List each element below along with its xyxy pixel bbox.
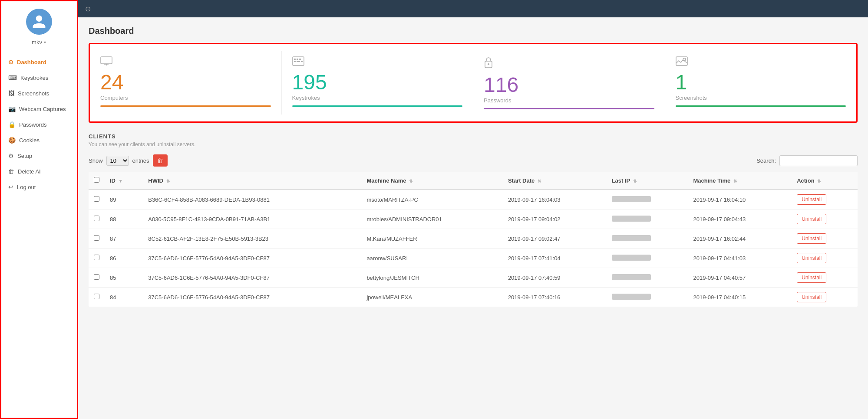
uninstall-button[interactable]: Uninstall	[797, 253, 826, 263]
passwords-stat-icon	[484, 56, 493, 71]
row-checkbox-cell	[89, 249, 105, 268]
section-desc: You can see your clients and uninstall s…	[89, 141, 858, 147]
row-id: 88	[105, 210, 143, 229]
row-action: Uninstall	[792, 190, 858, 210]
col-machine-name[interactable]: Machine Name ⇅	[361, 172, 502, 190]
computers-value: 24	[100, 72, 123, 93]
stats-container: 24 Computers 195 Keys	[89, 43, 858, 123]
row-checkbox-cell	[89, 229, 105, 249]
show-select[interactable]: 10 25 50 100	[106, 156, 129, 166]
row-id: 87	[105, 229, 143, 249]
keystrokes-icon: ⌨	[8, 74, 17, 81]
row-checkbox[interactable]	[94, 274, 99, 280]
row-checkbox[interactable]	[94, 235, 99, 241]
select-all-checkbox[interactable]	[94, 177, 99, 183]
sidebar-item-webcam[interactable]: 📷 Webcam Captures	[0, 101, 78, 117]
uninstall-button[interactable]: Uninstall	[797, 272, 826, 283]
row-checkbox[interactable]	[94, 294, 99, 299]
passwords-label: Passwords	[484, 97, 512, 104]
svg-point-13	[683, 58, 686, 61]
dashboard-icon: ⊙	[8, 59, 13, 65]
row-machine-time: 2019-09-17 16:04:10	[688, 190, 792, 210]
row-last-ip	[607, 249, 688, 268]
row-machine-time: 2019-09-17 04:40:57	[688, 268, 792, 288]
computers-icon	[100, 56, 112, 69]
sidebar-item-cookies[interactable]: 🍪 Cookies	[0, 132, 78, 148]
row-machine-name: bettylong/JESMITCH	[361, 268, 502, 288]
sidebar-item-label: Keystrokes	[20, 75, 48, 81]
row-action: Uninstall	[792, 229, 858, 249]
table-row: 85 37C5-6AD6-1C6E-5776-54A0-94A5-3DF0-CF…	[89, 268, 858, 288]
row-start-date: 2019-09-17 07:40:59	[503, 268, 607, 288]
sidebar-item-passwords[interactable]: 🔒 Passwords	[0, 117, 78, 132]
svg-rect-8	[297, 61, 300, 62]
table-row: 88 A030-5C95-8F1C-4813-9CDA-0B91-71AB-A3…	[89, 210, 858, 229]
uninstall-button[interactable]: Uninstall	[797, 292, 826, 302]
row-action: Uninstall	[792, 268, 858, 288]
stat-card-computers: 24 Computers	[90, 51, 282, 115]
col-last-ip[interactable]: Last IP ⇅	[607, 172, 688, 190]
row-checkbox[interactable]	[94, 255, 99, 260]
row-machine-name: aaronw/SUSARI	[361, 249, 502, 268]
sidebar-item-label: Dashboard	[17, 59, 46, 65]
show-label: Show	[89, 157, 103, 164]
row-action: Uninstall	[792, 288, 858, 307]
row-machine-name: msoto/MARITZA-PC	[361, 190, 502, 210]
back-icon[interactable]: ⊙	[85, 5, 91, 13]
uninstall-button[interactable]: Uninstall	[797, 233, 826, 244]
sidebar-nav: ⊙ Dashboard ⌨ Keystrokes 🖼 Screenshots 📷…	[0, 54, 78, 195]
row-hwid: 37C5-6AD6-1C6E-5776-54A0-94A5-3DF0-CF87	[143, 288, 361, 307]
delete-button[interactable]: 🗑	[153, 154, 168, 167]
table-header-row: ID ▼ HWID ⇅ Machine Name ⇅ Start Date ⇅ …	[89, 172, 858, 190]
uninstall-button[interactable]: Uninstall	[797, 214, 826, 224]
row-hwid: 8C52-61CB-AF2F-13E8-2F75-E50B-5913-3B23	[143, 229, 361, 249]
cookies-icon: 🍪	[8, 137, 16, 144]
svg-rect-9	[301, 61, 303, 62]
controls-left: Show 10 25 50 100 entries 🗑	[89, 154, 168, 167]
sidebar-item-label: Log out	[17, 184, 36, 190]
row-checkbox-cell	[89, 268, 105, 288]
row-start-date: 2019-09-17 16:04:03	[503, 190, 607, 210]
sidebar-item-dashboard[interactable]: ⊙ Dashboard	[0, 54, 78, 70]
screenshots-icon: 🖼	[8, 90, 14, 97]
col-machine-time[interactable]: Machine Time ⇅	[688, 172, 792, 190]
logout-icon: ↩	[8, 183, 13, 190]
col-start-date[interactable]: Start Date ⇅	[503, 172, 607, 190]
row-id: 86	[105, 249, 143, 268]
uninstall-button[interactable]: Uninstall	[797, 194, 826, 205]
svg-rect-4	[294, 59, 296, 60]
row-hwid: 37C5-6AD6-1C6E-5776-54A0-94A5-3DF0-CF87	[143, 249, 361, 268]
row-checkbox[interactable]	[94, 196, 99, 202]
sidebar-item-screenshots[interactable]: 🖼 Screenshots	[0, 85, 78, 101]
sidebar-username[interactable]: mkv ▾	[32, 39, 46, 46]
sidebar-item-label: Passwords	[19, 121, 47, 128]
sidebar-item-label: Delete All	[18, 168, 42, 175]
entries-label: entries	[132, 157, 149, 164]
table-body: 89 B36C-6CF4-858B-A083-6689-DEDA-1B93-08…	[89, 190, 858, 307]
row-checkbox-cell	[89, 190, 105, 210]
col-id[interactable]: ID ▼	[105, 172, 143, 190]
row-last-ip	[607, 268, 688, 288]
row-checkbox[interactable]	[94, 216, 99, 221]
section-title: CLIENTS	[89, 133, 858, 140]
search-label: Search:	[756, 157, 776, 164]
controls-row: Show 10 25 50 100 entries 🗑 Search:	[89, 154, 858, 167]
row-machine-time: 2019-09-17 04:41:03	[688, 249, 792, 268]
screenshots-label: Screenshots	[676, 95, 707, 101]
sidebar-item-keystrokes[interactable]: ⌨ Keystrokes	[0, 70, 78, 85]
sidebar-item-logout[interactable]: ↩ Log out	[0, 179, 78, 195]
search-input[interactable]	[779, 155, 858, 166]
col-checkbox	[89, 172, 105, 190]
svg-rect-6	[299, 59, 301, 60]
table-row: 89 B36C-6CF4-858B-A083-6689-DEDA-1B93-08…	[89, 190, 858, 210]
sidebar-item-setup[interactable]: ⚙ Setup	[0, 148, 78, 164]
col-action[interactable]: Action ⇅	[792, 172, 858, 190]
keystrokes-underline	[292, 105, 463, 107]
ip-blur	[612, 196, 651, 202]
sidebar-item-deleteall[interactable]: 🗑 Delete All	[0, 164, 78, 179]
row-action: Uninstall	[792, 210, 858, 229]
row-hwid: A030-5C95-8F1C-4813-9CDA-0B91-71AB-A3B1	[143, 210, 361, 229]
row-last-ip	[607, 190, 688, 210]
col-hwid[interactable]: HWID ⇅	[143, 172, 361, 190]
setup-icon: ⚙	[8, 152, 14, 159]
